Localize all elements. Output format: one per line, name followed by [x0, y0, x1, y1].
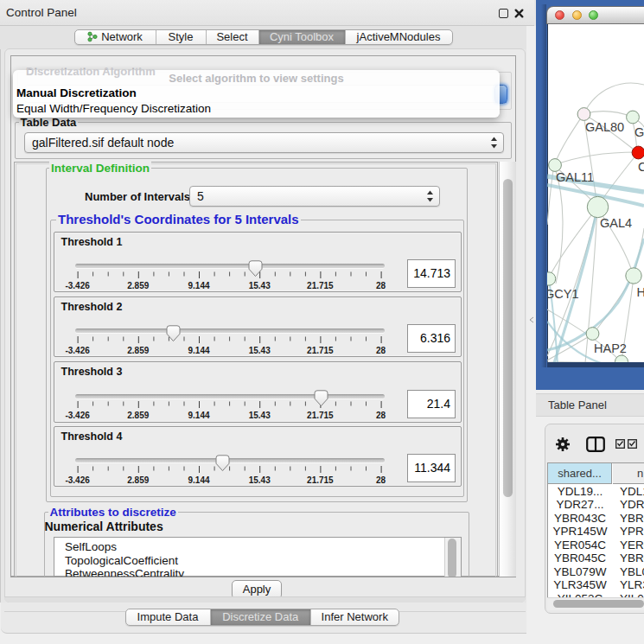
- svg-text:H: H: [637, 284, 644, 298]
- svg-text:GAL80: GAL80: [585, 119, 624, 133]
- svg-text:GA: GA: [634, 125, 644, 139]
- svg-text:HAP2: HAP2: [594, 341, 627, 354]
- svg-text:GCY1: GCY1: [547, 286, 579, 300]
- svg-text:GAL11: GAL11: [556, 170, 594, 184]
- svg-text:GAL4: GAL4: [600, 215, 632, 229]
- svg-text:C: C: [638, 159, 644, 173]
